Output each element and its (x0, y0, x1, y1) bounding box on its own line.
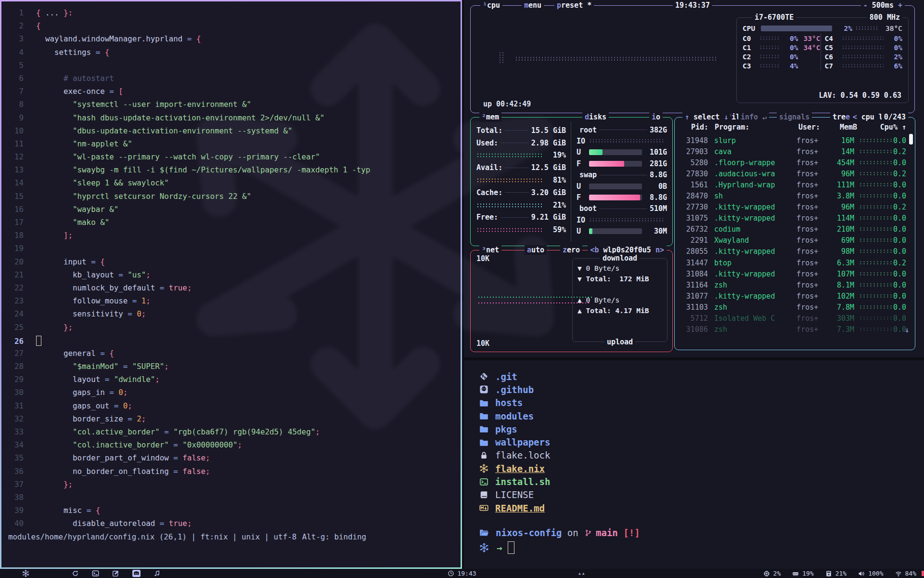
workspace-music[interactable] (154, 570, 161, 577)
terminal-window[interactable]: .git.githubhostsmodulespkgswallpapersfla… (464, 360, 924, 569)
update-interval-control[interactable]: - 500ms + (861, 0, 905, 10)
editor-line[interactable]: 38 (1, 491, 458, 504)
editor-line[interactable]: 19 (1, 242, 458, 255)
disk-module[interactable]: 21% (825, 570, 847, 577)
process-row[interactable]: 1561.Hyprland-wrapfros+111M0.0 (679, 179, 906, 190)
editor-line[interactable]: 4 settings = { (1, 46, 458, 59)
process-row[interactable]: 31447btopfros+6.3M0.2 (679, 257, 906, 268)
nixos-logo-icon[interactable] (22, 570, 29, 577)
menu-button[interactable]: menu (522, 0, 544, 10)
volume-module[interactable]: 100% (858, 570, 883, 577)
editor-line[interactable]: 33 "col.active_border" = "rgb(cba6f7) rg… (1, 425, 458, 438)
editor-line[interactable]: 14 "sleep 1 && swaylock" (1, 176, 458, 189)
proc-table: 31948slurpfros+16M0.027903cavafros+14M0.… (679, 135, 906, 335)
editor-line[interactable]: 16 "waybar &" (1, 203, 458, 216)
process-row[interactable]: 5712Isolated Web Cfros+303M0.0 (679, 313, 906, 324)
editor-line[interactable]: 20 input = { (1, 255, 458, 268)
chip-module[interactable]: 2% (763, 570, 781, 577)
net-zero-button[interactable]: zero (560, 245, 582, 255)
editor-line[interactable]: 18 ]; (1, 229, 458, 242)
process-row[interactable]: 31164zshfros+8.1M0.0 (679, 279, 906, 290)
process-row[interactable]: 5280.floorp-wrappefros+454M0.0 (679, 157, 906, 168)
info-control[interactable]: info ↵ (738, 112, 769, 122)
workspace-edit[interactable] (112, 570, 119, 577)
editor-line[interactable]: 24 sensitivity = 0; (1, 307, 458, 320)
editor-line[interactable]: 12 "wl-paste --primary --watch wl-copy -… (1, 150, 458, 163)
disks-tab[interactable]: disks (582, 112, 609, 122)
editor-line[interactable]: 29 layout = "dwindle"; (1, 373, 458, 386)
process-row[interactable]: 2291Xwaylandfros+69M0.0 (679, 235, 906, 246)
system-tray[interactable]: ▲▲ (578, 571, 585, 576)
editor-line[interactable]: 8 "systemctl --user import-environment &… (1, 98, 458, 111)
editor-line[interactable]: 6 # autostart (1, 72, 458, 85)
process-row[interactable]: 28055.kitty-wrappedfros+98M0.0 (679, 246, 906, 257)
editor-line[interactable]: 32 border_size = 2; (1, 412, 458, 425)
preset-button[interactable]: preset * (554, 0, 594, 10)
tree-toggle[interactable]: tree (830, 112, 852, 122)
editor-line[interactable]: 3 wayland.windowManager.hyprland = { (1, 32, 458, 45)
workspace-terminal[interactable] (92, 570, 99, 577)
editor-line[interactable]: 28 "$mainMod" = "SUPER"; (1, 360, 458, 373)
disk-value: 21% (835, 570, 847, 577)
wifi-value: 84% (905, 570, 916, 577)
btop-monitor-window[interactable]: ¹cpu menu preset * 19:43:37 - 500ms + up… (464, 0, 924, 357)
editor-line[interactable]: 9 "hash dbus-update-activation-environme… (1, 111, 458, 124)
process-row[interactable]: 31948slurpfros+16M0.0 (679, 135, 906, 146)
workspace-refresh[interactable] (72, 570, 79, 577)
editor-line[interactable]: 40 disable_autoreload = true; (1, 517, 458, 530)
editor-line[interactable]: 21 kb_layout = "us"; (1, 268, 458, 281)
process-row[interactable]: 27830.audacious-wrafros+96M0.2 (679, 168, 906, 179)
editor-line[interactable]: 35 border_part_of_window = false; (1, 451, 458, 464)
cpu-tab[interactable]: ¹cpu (480, 0, 502, 10)
clock-module[interactable]: 19:43 (448, 570, 476, 577)
select-control[interactable]: ↑ select ↓ (682, 112, 731, 122)
editor-line[interactable]: 22 numlock_by_default = true; (1, 281, 458, 294)
process-row[interactable]: 31075.kitty-wrappedfros+114M0.0 (679, 213, 906, 224)
shell-input-line[interactable]: → (479, 541, 514, 554)
editor-line[interactable]: 11 "nm-applet &" (1, 137, 458, 150)
process-row[interactable]: 27903cavafros+14M0.2 (679, 146, 906, 157)
process-row[interactable]: 31077.kitty-wrappedfros+102M0.0 (679, 290, 906, 302)
io-tab[interactable]: io (649, 112, 663, 122)
file-item: LICENSE (479, 488, 550, 501)
editor-line[interactable]: 1{ ... }: (1, 6, 458, 19)
editor-line[interactable]: 39 misc = { (1, 504, 458, 517)
editor-line[interactable]: 31 gaps_out = 0; (1, 399, 458, 412)
net-auto-button[interactable]: auto (525, 245, 547, 255)
editor-line[interactable]: 13 "swaybg -m fill -i $(find ~/Pictures/… (1, 163, 458, 176)
process-row[interactable]: 26732codiumfros+210M0.0 (679, 224, 906, 235)
book-icon (479, 490, 488, 499)
editor-line[interactable]: 5 (1, 59, 458, 72)
editor-line[interactable]: 37 }; (1, 478, 458, 491)
editor-line[interactable]: 36 no_border_on_floating = false; (1, 465, 458, 478)
editor-line[interactable]: 2{ (1, 19, 458, 32)
signals-control[interactable]: signals (777, 112, 812, 122)
process-row[interactable]: 31086zshfros+7.3M0.0 (679, 324, 906, 335)
proc-scrollbar-thumb[interactable] (909, 134, 913, 144)
editor-line[interactable]: 30 gaps_in = 0; (1, 386, 458, 399)
editor-line[interactable]: 25 }; (1, 321, 458, 334)
process-row[interactable]: 28470shfros+3.8M0.0 (679, 190, 906, 201)
editor-line[interactable]: 34 "col.inactive_border" = "0x00000000"; (1, 438, 458, 451)
workspace-discord[interactable] (132, 570, 141, 577)
cpu-core-row: C10%34°C (743, 43, 821, 52)
editor-line[interactable]: 7 exec-once = [ (1, 85, 458, 98)
editor-line[interactable]: 23 follow_mouse = 1; (1, 294, 458, 307)
process-row[interactable]: 31103zshfros+7.8M0.0 (679, 302, 906, 313)
clock-time: 19:43 (457, 570, 476, 577)
process-row[interactable]: 31084.kitty-wrappedfros+107M0.0 (679, 268, 906, 279)
editor-line[interactable]: 15 "hyprctl setcursor Nordzy-cursors 22 … (1, 190, 458, 203)
upload-speed: ▲ 0 Byte/s (578, 296, 662, 307)
editor-buffer[interactable]: 1{ ... }:2{3 wayland.windowManager.hyprl… (1, 6, 458, 530)
editor-line[interactable]: 10 "dbus-update-activation-environment -… (1, 124, 458, 137)
net-tab[interactable]: ³net (479, 245, 501, 255)
ram-module[interactable]: 19% (792, 570, 813, 577)
mem-tab[interactable]: ²mem (479, 112, 501, 122)
discord-icon (133, 570, 140, 577)
editor-line[interactable]: 27 general = { (1, 347, 458, 360)
editor-window[interactable]: 1{ ... }:2{3 wayland.windowManager.hyprl… (0, 0, 462, 569)
wifi-module[interactable]: 84% (895, 570, 916, 577)
editor-line[interactable]: 17 "mako &" (1, 216, 458, 229)
editor-line[interactable]: 26 (1, 334, 458, 347)
process-row[interactable]: 27730.kitty-wrappedfros+96M0.2 (679, 202, 906, 213)
